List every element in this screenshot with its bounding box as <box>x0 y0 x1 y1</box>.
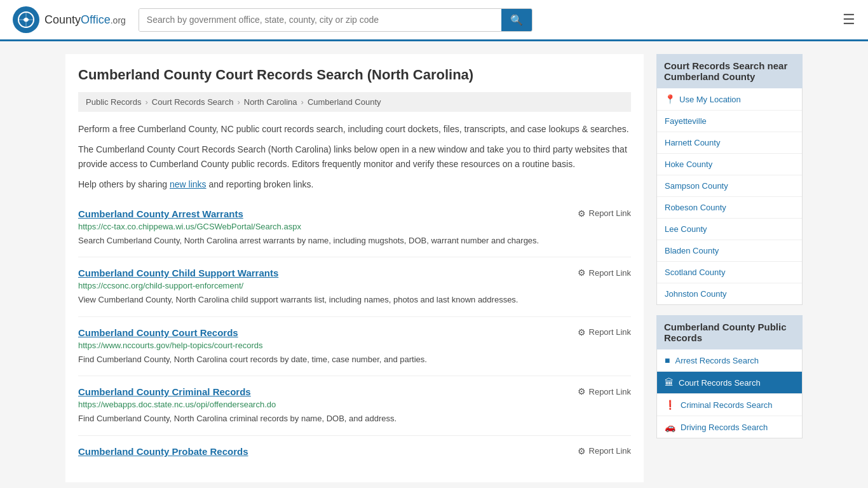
report-icon-2: ⚙ <box>578 327 586 337</box>
record-title-1[interactable]: Cumberland County Child Support Warrants <box>78 268 278 278</box>
driving-icon: 🚗 <box>665 422 675 432</box>
main-content: Cumberland County Court Records Search (… <box>65 54 644 482</box>
record-item-1: Cumberland County Child Support Warrants… <box>78 257 631 317</box>
court-icon: 🏛 <box>665 377 674 388</box>
sidebar-record-court[interactable]: 🏛 Court Records Search <box>657 372 802 394</box>
site-logo[interactable]: CountyOffice.org <box>13 6 126 33</box>
report-link-3[interactable]: ⚙ Report Link <box>578 386 631 396</box>
records-list: Cumberland County Arrest Warrants ⚙ Repo… <box>78 198 631 470</box>
sidebar-nearby-heading: Court Records Search near Cumberland Cou… <box>656 54 803 88</box>
sidebar-nearby-list: 📍 Use My Location Fayetteville Harnett C… <box>656 88 803 305</box>
record-desc-1: View Cumberland County, North Carolina c… <box>78 294 631 306</box>
report-link-2[interactable]: ⚙ Report Link <box>578 327 631 337</box>
record-title-2[interactable]: Cumberland County Court Records <box>78 327 238 338</box>
sidebar-public-records-heading: Cumberland County Public Records <box>656 315 803 349</box>
site-header: CountyOffice.org 🔍 ☰ <box>0 0 868 41</box>
sidebar-use-my-location[interactable]: 📍 Use My Location <box>657 88 802 111</box>
sidebar-item-harnett-county[interactable]: Harnett County <box>657 132 802 154</box>
pin-icon: 📍 <box>665 94 675 104</box>
record-desc-2: Find Cumberland County, North Carolina c… <box>78 353 631 366</box>
report-link-0[interactable]: ⚙ Report Link <box>578 208 631 219</box>
criminal-icon: ❗ <box>665 400 675 410</box>
sidebar-record-driving[interactable]: 🚗 Driving Records Search <box>657 416 802 438</box>
sidebar-record-arrest[interactable]: ■ Arrest Records Search <box>657 349 802 372</box>
record-url-1[interactable]: https://ccsonc.org/child-support-enforce… <box>78 281 631 290</box>
sidebar-item-scotland-county[interactable]: Scotland County <box>657 262 802 283</box>
breadcrumb-court-records-search[interactable]: Court Records Search <box>152 97 234 107</box>
report-icon-4: ⚙ <box>578 446 586 456</box>
sidebar-item-bladen-county[interactable]: Bladen County <box>657 240 802 262</box>
sidebar-record-criminal[interactable]: ❗ Criminal Records Search <box>657 394 802 416</box>
breadcrumb: Public Records › Court Records Search › … <box>78 92 631 112</box>
intro-paragraph-3: Help others by sharing new links and rep… <box>78 177 631 191</box>
search-button[interactable]: 🔍 <box>501 9 532 31</box>
sidebar-item-sampson-county[interactable]: Sampson County <box>657 175 802 197</box>
sidebar-public-records-section: Cumberland County Public Records ■ Arres… <box>656 315 803 438</box>
report-icon-1: ⚙ <box>578 268 586 278</box>
record-item-4: Cumberland County Probate Records ⚙ Repo… <box>78 436 631 470</box>
sidebar: Court Records Search near Cumberland Cou… <box>656 54 803 482</box>
page-wrap: Cumberland County Court Records Search (… <box>53 41 815 488</box>
record-title-4[interactable]: Cumberland County Probate Records <box>78 446 248 457</box>
sidebar-nearby-section: Court Records Search near Cumberland Cou… <box>656 54 803 305</box>
sidebar-public-records-list: ■ Arrest Records Search 🏛 Court Records … <box>656 349 803 438</box>
logo-icon <box>13 6 39 33</box>
breadcrumb-north-carolina[interactable]: North Carolina <box>244 97 297 107</box>
search-input[interactable] <box>139 9 501 31</box>
intro-paragraph-1: Perform a free Cumberland County, NC pub… <box>78 122 631 136</box>
intro-paragraph-2: The Cumberland County Court Records Sear… <box>78 142 631 171</box>
record-desc-0: Search Cumberland County, North Carolina… <box>78 234 631 247</box>
report-link-1[interactable]: ⚙ Report Link <box>578 268 631 278</box>
record-item-0: Cumberland County Arrest Warrants ⚙ Repo… <box>78 198 631 258</box>
logo-text: CountyOffice.org <box>44 13 126 27</box>
breadcrumb-public-records[interactable]: Public Records <box>86 97 141 107</box>
sidebar-item-robeson-county[interactable]: Robeson County <box>657 197 802 219</box>
record-url-0[interactable]: https://cc-tax.co.chippewa.wi.us/GCSWebP… <box>78 222 631 231</box>
report-icon-3: ⚙ <box>578 386 586 396</box>
record-url-3[interactable]: https://webapps.doc.state.nc.us/opi/offe… <box>78 400 631 409</box>
record-item-2: Cumberland County Court Records ⚙ Report… <box>78 317 631 377</box>
search-bar: 🔍 <box>139 8 532 32</box>
breadcrumb-cumberland-county[interactable]: Cumberland County <box>308 97 381 107</box>
sidebar-item-hoke-county[interactable]: Hoke County <box>657 154 802 175</box>
sidebar-item-lee-county[interactable]: Lee County <box>657 219 802 240</box>
new-links-link[interactable]: new links <box>170 179 207 189</box>
arrest-icon: ■ <box>665 355 670 365</box>
record-item-3: Cumberland County Criminal Records ⚙ Rep… <box>78 376 631 436</box>
record-desc-3: Find Cumberland County, North Carolina c… <box>78 412 631 425</box>
hamburger-menu-icon[interactable]: ☰ <box>843 11 855 28</box>
record-title-3[interactable]: Cumberland County Criminal Records <box>78 386 251 397</box>
report-icon-0: ⚙ <box>578 208 586 219</box>
record-title-0[interactable]: Cumberland County Arrest Warrants <box>78 208 243 219</box>
record-url-2[interactable]: https://www.nccourts.gov/help-topics/cou… <box>78 341 631 350</box>
sidebar-item-fayetteville[interactable]: Fayetteville <box>657 111 802 132</box>
page-title: Cumberland County Court Records Search (… <box>78 67 631 83</box>
report-link-4[interactable]: ⚙ Report Link <box>578 446 631 456</box>
sidebar-item-johnston-county[interactable]: Johnston County <box>657 283 802 304</box>
